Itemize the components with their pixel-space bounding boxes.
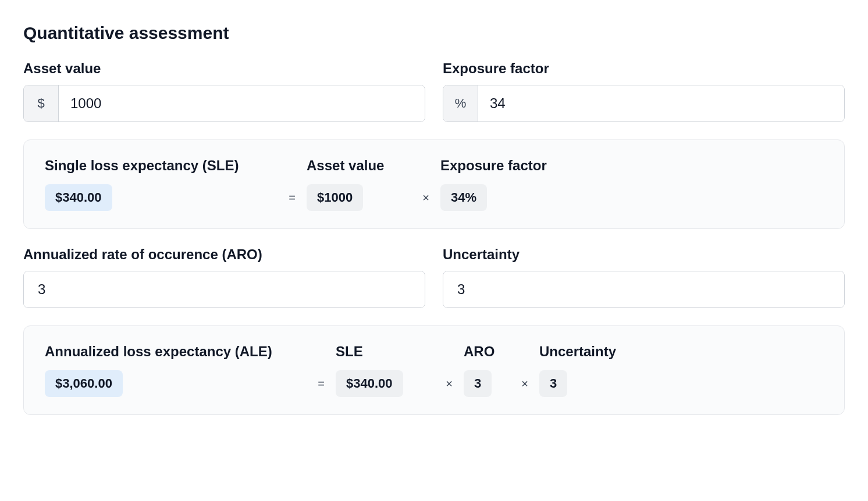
sle-ef-label: Exposure factor	[440, 158, 557, 174]
aro-input[interactable]	[24, 271, 425, 307]
sle-ef-value: 34%	[440, 184, 487, 211]
times-icon: ×	[411, 191, 440, 205]
uncertainty-input-wrapper	[443, 271, 845, 308]
ale-header-row: Annualized loss expectancy (ALE) SLE ARO…	[45, 343, 823, 360]
aro-input-wrapper	[23, 271, 425, 308]
exposure-factor-label: Exposure factor	[443, 60, 845, 77]
equals-icon: =	[278, 191, 307, 205]
exposure-factor-input-wrapper: %	[443, 85, 845, 122]
equals-icon: =	[307, 377, 336, 391]
times-icon: ×	[435, 377, 464, 391]
sle-header-row: Single loss expectancy (SLE) Asset value…	[45, 158, 823, 174]
asset-value-group: Asset value $	[23, 60, 425, 122]
ale-sle-label: SLE	[336, 343, 435, 360]
ale-value-row: $3,060.00 = $340.00 × 3 × 3	[45, 370, 823, 397]
ale-aro-label: ARO	[464, 343, 510, 360]
page-title: Quantitative assessment	[23, 23, 845, 43]
ale-aro-value: 3	[464, 370, 492, 397]
ale-result-value: $3,060.00	[45, 370, 123, 397]
ale-unc-label: Uncertainty	[539, 343, 632, 360]
asset-value-input-wrapper: $	[23, 85, 425, 122]
asset-value-label: Asset value	[23, 60, 425, 77]
ale-card: Annualized loss expectancy (ALE) SLE ARO…	[23, 325, 845, 415]
input-row-2: Annualized rate of occurence (ARO) Uncer…	[23, 246, 845, 308]
ale-sle-value: $340.00	[336, 370, 403, 397]
sle-value-row: $340.00 = $1000 × 34%	[45, 184, 823, 211]
times-icon: ×	[510, 377, 539, 391]
sle-asset-label: Asset value	[307, 158, 411, 174]
ale-unc-value: 3	[539, 370, 567, 397]
uncertainty-input[interactable]	[443, 271, 844, 307]
aro-group: Annualized rate of occurence (ARO)	[23, 246, 425, 308]
sle-result-value: $340.00	[45, 184, 112, 211]
ale-result-label: Annualized loss expectancy (ALE)	[45, 343, 307, 360]
percent-prefix: %	[443, 85, 478, 121]
dollar-prefix: $	[24, 85, 59, 121]
exposure-factor-input[interactable]	[478, 85, 844, 121]
sle-card: Single loss expectancy (SLE) Asset value…	[23, 139, 845, 229]
input-row-1: Asset value $ Exposure factor %	[23, 60, 845, 122]
uncertainty-label: Uncertainty	[443, 246, 845, 263]
aro-label: Annualized rate of occurence (ARO)	[23, 246, 425, 263]
asset-value-input[interactable]	[59, 85, 425, 121]
sle-result-label: Single loss expectancy (SLE)	[45, 158, 278, 174]
exposure-factor-group: Exposure factor %	[443, 60, 845, 122]
uncertainty-group: Uncertainty	[443, 246, 845, 308]
sle-asset-value: $1000	[307, 184, 363, 211]
